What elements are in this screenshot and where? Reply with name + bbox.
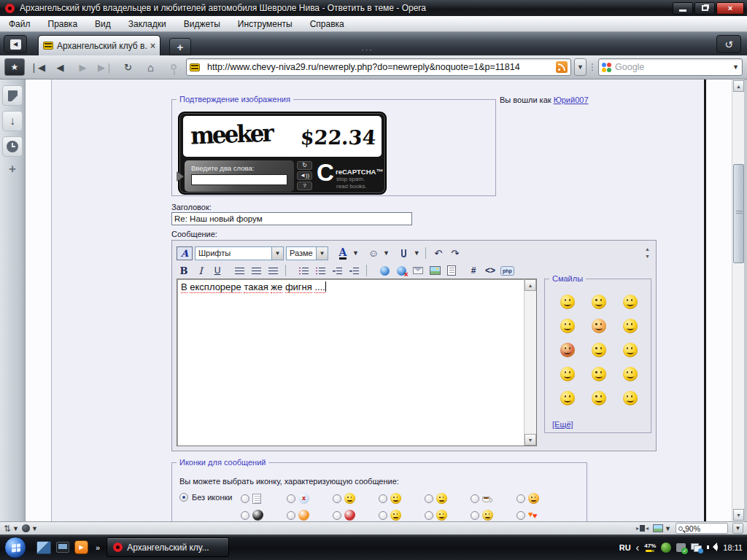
volume-tray-icon[interactable] (707, 542, 718, 552)
outdent-button[interactable] (330, 264, 344, 278)
editor-mode-button[interactable]: A (177, 246, 193, 260)
align-center-button[interactable] (249, 264, 263, 278)
insert-quote-button[interactable] (444, 264, 459, 278)
sync-button[interactable]: ⇅▼ (4, 524, 19, 534)
captcha-input[interactable] (191, 174, 287, 185)
panel-toggle-button[interactable]: ◀ (4, 35, 27, 53)
post-smiley-cool-shades[interactable] (436, 510, 447, 521)
wrap-php-button[interactable]: php (500, 264, 515, 278)
bold-button[interactable]: B (177, 264, 191, 278)
cpu-meter[interactable]: 47% (644, 543, 656, 552)
show-desktop-icon[interactable] (56, 542, 69, 553)
insert-link-button[interactable] (377, 264, 392, 278)
insert-email-button[interactable] (411, 264, 425, 278)
post-smiley-bigsmile[interactable] (390, 510, 401, 521)
post-icon-option-bigsmile[interactable] (379, 510, 425, 521)
post-icon-option-hearts[interactable]: ♥♥ (516, 510, 562, 521)
smiley-shout[interactable] (560, 343, 575, 357)
post-icon-radio-cool-shades[interactable] (425, 511, 433, 520)
url-text[interactable]: http://www.chevy-niva29.ru/newreply.php?… (207, 62, 552, 72)
search-engine-dropdown-icon[interactable]: ▼ (732, 63, 739, 71)
align-right-button[interactable] (266, 264, 280, 278)
rewind-button[interactable]: ❘◀ (28, 58, 47, 76)
menu-item-Инструменты[interactable]: Инструменты (229, 19, 301, 29)
menu-item-Закладки[interactable]: Закладки (120, 19, 175, 29)
active-tab[interactable]: Архангельский клуб в... × (38, 35, 160, 55)
language-indicator[interactable]: RU (619, 543, 631, 552)
no-icon-radio[interactable] (179, 493, 188, 502)
post-icon-radio-grin[interactable] (333, 494, 341, 503)
underline-button[interactable]: U (210, 264, 225, 278)
downloads-panel-button[interactable]: ↓ (2, 111, 23, 131)
smiley-sleepy[interactable] (592, 295, 606, 309)
post-icon-radio-fire[interactable] (287, 511, 295, 520)
post-icon-radio-bigsmile[interactable] (379, 511, 387, 520)
smiley-sly[interactable] (623, 319, 638, 333)
post-icon-radio-rolleyes[interactable] (425, 494, 433, 503)
opera-task-button[interactable]: Архангельский клу... (107, 537, 229, 557)
new-tab-button[interactable]: + (169, 38, 191, 55)
post-icon-option-wink[interactable] (379, 493, 425, 504)
menu-item-Виджеты[interactable]: Виджеты (175, 19, 229, 29)
post-smiley-grin[interactable] (344, 493, 355, 504)
zoom-control[interactable]: 90% (676, 523, 728, 534)
attach-dropdown-icon[interactable]: ▼ (414, 249, 420, 257)
menu-item-Вид[interactable]: Вид (86, 19, 120, 29)
menu-item-Справка[interactable]: Справка (301, 19, 353, 29)
post-icon-radio-upset[interactable] (471, 511, 479, 520)
notes-panel-button[interactable] (2, 85, 23, 106)
rss-feed-icon[interactable] (556, 61, 568, 73)
smilies-dropdown-icon[interactable]: ▼ (383, 249, 390, 257)
title-input[interactable] (171, 212, 412, 225)
no-icon-option[interactable]: Без иконки (179, 493, 232, 502)
post-icon-radio-bomb[interactable] (241, 511, 249, 520)
clock[interactable]: 18:11 (723, 543, 743, 552)
insert-image-button[interactable] (427, 264, 442, 278)
smiley-hello[interactable] (560, 367, 575, 381)
post-icon-option-cool-shades[interactable] (425, 510, 471, 521)
scroll-up-icon[interactable]: ▲ (525, 279, 536, 291)
post-icon-option-fire[interactable] (287, 510, 333, 521)
post-icon-option-thumbs-down[interactable]: x (287, 493, 333, 504)
show-panels-button[interactable]: ▸◂ (636, 525, 649, 532)
minimize-button[interactable] (673, 2, 693, 15)
post-icon-option-kiss[interactable] (516, 493, 562, 504)
turbo-button[interactable]: ▼ (22, 524, 38, 532)
history-panel-button[interactable] (2, 136, 23, 157)
post-icon-option-post[interactable] (241, 494, 287, 504)
smiley-loud[interactable] (592, 391, 606, 405)
smiley-grin-teeth[interactable] (592, 367, 606, 381)
post-smiley-upset[interactable] (482, 510, 493, 521)
toolbar-collapse-buttons[interactable]: ▲▼ (645, 246, 650, 259)
menu-item-Правка[interactable]: Правка (39, 19, 87, 29)
page-scroll-down-icon[interactable]: ▼ (733, 509, 744, 521)
security-check-tray-icon[interactable] (676, 543, 686, 552)
unordered-list-button[interactable] (313, 264, 328, 278)
panels-star-button[interactable]: ★ (4, 58, 25, 76)
quick-launch-overflow[interactable]: » (96, 543, 99, 552)
size-dropdown-icon[interactable]: ▼ (316, 247, 328, 260)
post-icon-radio-kiss[interactable] (516, 494, 525, 503)
italic-button[interactable]: I (193, 264, 208, 278)
wrap-code-button[interactable]: # (466, 264, 481, 278)
close-button[interactable]: × (716, 2, 744, 15)
search-field[interactable]: Google ▼ (598, 58, 743, 76)
images-toggle-button[interactable]: ▼ (653, 524, 671, 532)
post-icon-option-grin[interactable] (333, 493, 379, 504)
post-icon-option-bomb[interactable] (241, 510, 287, 521)
username-link[interactable]: Юрий007 (554, 96, 589, 104)
smiley-angel[interactable] (560, 295, 575, 309)
page-scrollbar[interactable]: ▲ ▼ (732, 79, 744, 521)
captcha-help-button[interactable]: ? (297, 182, 312, 190)
post-smiley-wink[interactable] (390, 493, 401, 504)
page-scroll-up-icon[interactable]: ▲ (733, 80, 744, 92)
size-dropdown[interactable]: Разме ▼ (286, 246, 328, 260)
zoom-dropdown-icon[interactable]: ▼ (732, 523, 743, 534)
menu-item-Файл[interactable]: Файл (0, 19, 39, 29)
attach-button[interactable] (397, 246, 411, 260)
restore-button[interactable] (694, 2, 715, 15)
closed-tabs-button[interactable]: ↺ (716, 35, 741, 53)
post-icon-radio-post[interactable] (241, 494, 249, 503)
back-button[interactable]: ◀ (50, 58, 70, 76)
network-tray-icon[interactable] (691, 543, 702, 552)
